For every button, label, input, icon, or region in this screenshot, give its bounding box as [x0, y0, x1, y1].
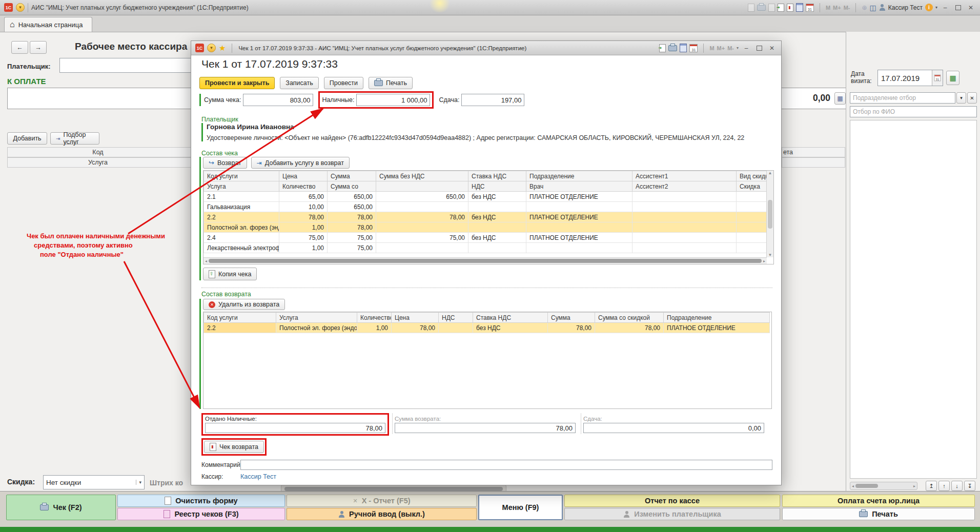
table-row[interactable]: Лекарственный электроф...1,00 75,00: [204, 243, 768, 253]
change-payer-button[interactable]: Изменить плательщика: [564, 508, 780, 520]
refund-sum-field[interactable]: 78,00: [395, 423, 576, 433]
refund-receipt-button[interactable]: Чек возврата: [204, 441, 264, 453]
post-button[interactable]: Провести: [324, 77, 363, 89]
info-icon[interactable]: i: [925, 4, 933, 11]
dialog-titlebar[interactable]: 1С ▼ ★ Чек 1 от 17.07.2019 9:37:33 - АИС…: [191, 41, 781, 55]
memory-m-button[interactable]: М: [709, 45, 714, 51]
calculator-icon[interactable]: [796, 3, 803, 12]
export-doc-icon[interactable]: [787, 4, 793, 12]
visit-date-field[interactable]: 17.07.2019: [877, 70, 943, 86]
cashier-link[interactable]: Кассир Тест: [240, 473, 276, 480]
manual-input-button[interactable]: Ручной ввод (выкл.): [287, 508, 477, 520]
calculator-icon[interactable]: [680, 44, 687, 52]
comment-input[interactable]: [240, 460, 772, 470]
remove-from-refund-button[interactable]: ✕Удалить из возврата: [203, 299, 285, 310]
memory-m-button[interactable]: М: [826, 5, 830, 11]
print-preview-icon[interactable]: [768, 4, 775, 12]
favorite-star-icon[interactable]: ★: [219, 44, 226, 53]
department-filter-input[interactable]: [850, 92, 955, 104]
memory-mminus-button[interactable]: М-: [844, 5, 850, 11]
nav-forward-button[interactable]: →: [30, 41, 47, 54]
nav-back-button[interactable]: ←: [11, 41, 28, 54]
cash-field[interactable]: 1 000,00: [356, 94, 430, 106]
change-field[interactable]: 197,00: [461, 94, 524, 106]
right-panel-hscrollbar[interactable]: ◂ ▸: [850, 482, 917, 490]
attach-file-icon[interactable]: [659, 44, 666, 52]
dialog-close-button[interactable]: ✕: [767, 44, 777, 53]
table-row[interactable]: Гальванизация10,00 650,00: [204, 202, 768, 212]
cash-report-button[interactable]: Отчет по кассе: [564, 495, 780, 507]
table-row[interactable]: 2.165,00 650,00650,00 без НДСПЛАТНОЕ ОТД…: [204, 192, 768, 202]
print-bottom-button[interactable]: Печать: [782, 508, 975, 520]
print-icon[interactable]: [668, 45, 677, 51]
receipt-registry-button[interactable]: Реестр чеков (F3): [117, 508, 285, 520]
refund-change-field[interactable]: 0,00: [583, 423, 764, 433]
memory-mminus-button[interactable]: М-: [727, 45, 734, 51]
department-filter-dropdown-button[interactable]: ▾: [956, 92, 966, 104]
minimize-button[interactable]: –: [940, 3, 950, 12]
pay-invoice-button[interactable]: Оплата счета юр.лица: [782, 495, 975, 507]
x-report-button[interactable]: ✕X - Отчет (F5): [287, 495, 477, 507]
tab-home[interactable]: ⌂ Начальная страница: [4, 17, 92, 32]
scroll-thumb[interactable]: [855, 484, 878, 488]
info-dropdown-icon[interactable]: ▾: [935, 5, 937, 10]
memory-mplus-button[interactable]: М+: [833, 5, 841, 11]
copy-receipt-button[interactable]: Копия чека: [203, 268, 257, 280]
add-service-button[interactable]: Добавить: [7, 132, 47, 145]
cash-given-field[interactable]: 78,00: [205, 423, 385, 433]
calendar-icon[interactable]: [806, 4, 814, 12]
refund-row-selected[interactable]: 2.2Полостной эл. форез (эндон... 1,0078,…: [204, 323, 770, 333]
more-dropdown-icon[interactable]: ▾: [737, 46, 739, 50]
restore-button[interactable]: [953, 3, 963, 12]
list-last-button[interactable]: ↧: [964, 481, 975, 491]
scroll-up-icon[interactable]: ▲: [768, 171, 772, 175]
visit-date-apply-button[interactable]: ▦: [946, 71, 959, 85]
save-icon[interactable]: [748, 4, 754, 12]
pick-services-button[interactable]: ⇥ Подбор услуг: [50, 132, 99, 145]
fio-filter-input[interactable]: [850, 106, 977, 117]
receipt-table[interactable]: Код услугиЦена СуммаСумма без НДС Ставка…: [203, 171, 768, 253]
discount-select[interactable]: Нет скидки ▾: [43, 475, 145, 489]
scroll-left-icon[interactable]: ◂: [205, 259, 207, 263]
current-user[interactable]: Кассир Тест: [888, 4, 923, 11]
list-down-button[interactable]: ↓: [951, 481, 963, 491]
print-button[interactable]: Печать: [369, 77, 413, 89]
receipt-table-hscrollbar[interactable]: ◂ ▸: [203, 257, 767, 264]
scroll-thumb[interactable]: [209, 259, 762, 263]
calendar-icon[interactable]: [689, 44, 698, 52]
sum-field[interactable]: 803,00: [243, 94, 313, 106]
receipt-table-vscrollbar[interactable]: ▲ ▼: [766, 171, 773, 257]
visit-date-calendar-button[interactable]: [932, 70, 943, 86]
write-button[interactable]: Записать: [280, 77, 318, 89]
table-row-selected[interactable]: 2.278,00 78,0078,00 без НДСПЛАТНОЕ ОТДЕЛ…: [204, 212, 768, 222]
menu-f9-button[interactable]: Меню (F9): [478, 495, 563, 520]
table-row[interactable]: 2.475,00 75,0075,00 без НДСПЛАТНОЕ ОТДЕЛ…: [204, 233, 768, 243]
zoom-icon[interactable]: ⊕: [862, 4, 867, 11]
discount-dropdown-icon[interactable]: ▾: [136, 480, 141, 485]
memory-mplus-button[interactable]: М+: [717, 45, 725, 51]
list-up-button[interactable]: ↑: [938, 481, 950, 491]
add-to-return-button[interactable]: ⇥Добавить услугу в возврат: [251, 157, 350, 169]
refund-table[interactable]: Код услугиУслуга КоличествоЦена НДССтавк…: [203, 312, 770, 333]
scroll-down-icon[interactable]: ▼: [768, 253, 772, 257]
dialog-menu-dropdown-icon[interactable]: ▼: [207, 44, 216, 52]
print-icon[interactable]: [757, 5, 766, 11]
list-first-button[interactable]: ↥: [926, 481, 937, 491]
scroll-right-icon[interactable]: ▸: [763, 259, 765, 263]
table-row-selected[interactable]: Полостной эл. форез (энд...1,00 78,00: [204, 222, 768, 233]
split-view-icon[interactable]: ◫: [870, 4, 876, 12]
close-button[interactable]: ✕: [966, 3, 976, 12]
check-f2-button[interactable]: Чек (F2): [6, 495, 116, 520]
scroll-thumb[interactable]: [768, 200, 772, 229]
dialog-minimize-button[interactable]: –: [741, 44, 751, 53]
scroll-right-icon[interactable]: ▸: [913, 484, 915, 488]
system-menu-dropdown-icon[interactable]: ▼: [16, 3, 25, 12]
dialog-maximize-button[interactable]: [754, 44, 764, 53]
clear-form-button[interactable]: Очистить форму: [117, 495, 285, 507]
visitors-list[interactable]: [850, 120, 977, 479]
background-scrollbar-thumb[interactable]: [284, 487, 503, 491]
return-button[interactable]: ↪Возврат: [203, 157, 247, 169]
amount-picker-button[interactable]: ▦: [834, 92, 846, 105]
attach-file-icon[interactable]: [778, 4, 784, 12]
department-filter-clear-button[interactable]: ✕: [967, 92, 977, 104]
